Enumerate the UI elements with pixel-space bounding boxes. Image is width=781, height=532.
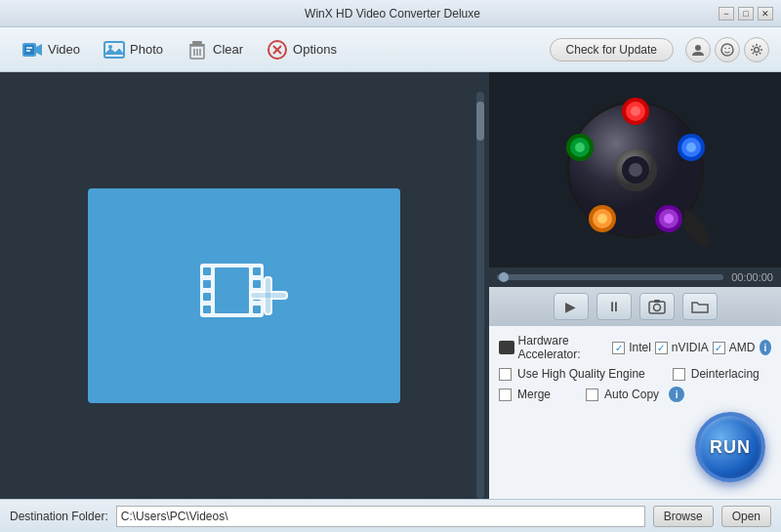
svg-rect-7 bbox=[192, 41, 202, 44]
svg-rect-23 bbox=[203, 280, 211, 288]
video-icon bbox=[21, 39, 43, 61]
scrollbar-thumb bbox=[476, 102, 484, 141]
status-bar: Destination Folder: Browse Open bbox=[0, 499, 781, 532]
nvidia-checkbox[interactable] bbox=[655, 342, 668, 354]
minimize-button[interactable]: − bbox=[719, 7, 734, 20]
amd-checkbox[interactable] bbox=[713, 342, 725, 354]
nvidia-label: nVIDIA bbox=[672, 341, 709, 354]
options-button[interactable]: Options bbox=[257, 34, 347, 65]
film-reel-graphic bbox=[557, 92, 714, 248]
hw-info-icon[interactable]: i bbox=[760, 340, 771, 355]
left-scrollbar[interactable] bbox=[476, 92, 484, 499]
svg-point-20 bbox=[755, 47, 760, 52]
svg-rect-5 bbox=[104, 42, 124, 58]
svg-point-16 bbox=[695, 45, 701, 51]
preview-area bbox=[489, 72, 781, 267]
clear-button[interactable]: Clear bbox=[177, 34, 253, 65]
run-button[interactable]: RUN bbox=[695, 412, 765, 482]
options-area: Hardware Accelerator: Intel nVIDIA AMD i… bbox=[489, 326, 781, 518]
hw-accelerator-row: Hardware Accelerator: Intel nVIDIA AMD i bbox=[499, 334, 771, 361]
svg-point-45 bbox=[664, 214, 674, 224]
svg-rect-29 bbox=[253, 306, 261, 313]
svg-rect-57 bbox=[654, 300, 660, 303]
video-button[interactable]: Video bbox=[12, 34, 90, 65]
merge-label: Merge bbox=[517, 388, 551, 401]
intel-checkbox[interactable] bbox=[612, 342, 625, 354]
hw-accel-label: Hardware Accelerator: bbox=[518, 334, 609, 361]
play-button[interactable]: ▶ bbox=[554, 293, 589, 320]
progress-track[interactable] bbox=[497, 274, 723, 280]
svg-point-56 bbox=[653, 305, 660, 311]
smiley-icon-button[interactable] bbox=[715, 37, 740, 62]
video-label: Video bbox=[48, 42, 80, 57]
window-controls: − □ ✕ bbox=[719, 7, 773, 20]
hw-icon bbox=[499, 341, 514, 354]
check-update-button[interactable]: Check for Update bbox=[550, 38, 674, 61]
open-button[interactable]: Open bbox=[721, 506, 771, 527]
autocopy-info-icon[interactable]: i bbox=[669, 387, 684, 402]
user-icons-group bbox=[685, 37, 769, 62]
svg-point-54 bbox=[629, 163, 642, 177]
deinterlacing-label: Deinterlacing bbox=[691, 367, 760, 381]
svg-point-17 bbox=[721, 44, 733, 56]
user-icon-button[interactable] bbox=[685, 37, 711, 62]
svg-rect-30 bbox=[215, 267, 249, 313]
deinterlacing-checkbox[interactable] bbox=[673, 368, 685, 381]
photo-label: Photo bbox=[130, 42, 163, 57]
window-title: WinX HD Video Converter Deluxe bbox=[66, 7, 719, 20]
svg-marker-1 bbox=[36, 44, 42, 56]
folder-button[interactable] bbox=[682, 293, 718, 320]
svg-point-51 bbox=[575, 143, 585, 152]
svg-rect-34 bbox=[266, 278, 270, 313]
svg-point-42 bbox=[686, 143, 696, 152]
clear-icon bbox=[186, 39, 208, 61]
merge-autocopy-row: Merge Auto Copy i bbox=[499, 387, 771, 402]
destination-path-input[interactable] bbox=[116, 506, 645, 527]
toolbar: Video Photo Clear bbox=[0, 27, 781, 72]
photo-icon bbox=[103, 39, 125, 61]
right-panel: 00:00:00 ▶ ⏸ Har bbox=[488, 72, 781, 518]
svg-rect-24 bbox=[203, 293, 211, 301]
controls-row: ▶ ⏸ bbox=[489, 287, 781, 326]
intel-label: Intel bbox=[629, 341, 651, 354]
pause-button[interactable]: ⏸ bbox=[596, 293, 632, 320]
amd-label: AMD bbox=[729, 341, 756, 354]
time-display: 00:00:00 bbox=[731, 271, 773, 283]
title-bar: WinX HD Video Converter Deluxe − □ ✕ bbox=[0, 0, 781, 27]
add-video-area[interactable] bbox=[88, 188, 400, 403]
high-quality-label: Use High Quality Engine bbox=[517, 367, 645, 381]
options-icon bbox=[267, 39, 288, 61]
destination-label: Destination Folder: bbox=[10, 510, 108, 523]
svg-rect-25 bbox=[203, 306, 211, 313]
svg-rect-2 bbox=[24, 45, 34, 55]
svg-point-39 bbox=[631, 106, 640, 116]
add-video-icon bbox=[195, 254, 293, 337]
svg-point-48 bbox=[597, 214, 607, 224]
high-quality-row: Use High Quality Engine Deinterlacing bbox=[499, 367, 771, 381]
maximize-button[interactable]: □ bbox=[738, 7, 754, 20]
svg-rect-22 bbox=[203, 267, 211, 275]
progress-thumb bbox=[499, 272, 509, 282]
auto-copy-label: Auto Copy bbox=[604, 388, 659, 401]
close-button[interactable]: ✕ bbox=[758, 7, 773, 20]
clear-label: Clear bbox=[213, 42, 243, 57]
browse-button[interactable]: Browse bbox=[653, 506, 714, 527]
left-panel bbox=[0, 72, 488, 518]
main-content: 00:00:00 ▶ ⏸ Har bbox=[0, 72, 781, 518]
merge-checkbox[interactable] bbox=[499, 389, 512, 401]
screenshot-button[interactable] bbox=[639, 293, 675, 320]
options-label: Options bbox=[293, 42, 337, 57]
svg-rect-26 bbox=[253, 267, 261, 275]
high-quality-checkbox[interactable] bbox=[499, 368, 512, 381]
gear-icon-button[interactable] bbox=[744, 37, 769, 62]
photo-button[interactable]: Photo bbox=[94, 34, 173, 65]
auto-copy-checkbox[interactable] bbox=[586, 389, 598, 401]
progress-bar-area: 00:00:00 bbox=[489, 267, 781, 287]
svg-rect-27 bbox=[253, 280, 261, 288]
run-btn-container: RUN bbox=[499, 408, 771, 486]
svg-point-18 bbox=[724, 47, 726, 49]
svg-point-19 bbox=[728, 47, 730, 49]
